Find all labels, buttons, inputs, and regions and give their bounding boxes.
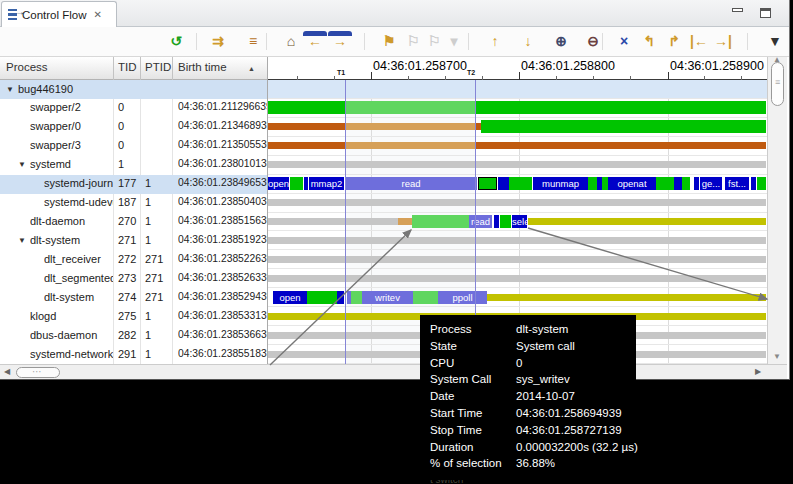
time-graph-row[interactable]: openwritevppoll: [268, 288, 767, 307]
state-bar[interactable]: read: [345, 177, 477, 190]
table-row[interactable]: dlt_receiver27227104:36:01.238522639: [0, 250, 267, 269]
expand-collapse-icon[interactable]: ▼: [18, 160, 26, 169]
state-bar[interactable]: [757, 177, 766, 190]
state-bar[interactable]: [268, 123, 345, 130]
time-graph-row[interactable]: [268, 194, 767, 213]
state-bar[interactable]: [494, 215, 499, 228]
expand-collapse-icon[interactable]: ▼: [6, 85, 14, 94]
maximize-view-button[interactable]: [760, 8, 771, 18]
state-bar[interactable]: select: [512, 215, 527, 228]
tab-control-flow[interactable]: Control Flow ✕: [1, 1, 117, 27]
minimize-view-button[interactable]: [732, 8, 743, 12]
time-graph-row[interactable]: [268, 231, 767, 250]
state-bar[interactable]: munmap: [533, 177, 588, 190]
selected-state[interactable]: [478, 177, 497, 190]
table-row[interactable]: dbus-daemon282104:36:01.238536639: [0, 326, 267, 345]
show-arrows-icon[interactable]: ⇉: [206, 31, 230, 52]
state-bar[interactable]: [268, 275, 766, 282]
next-event-icon[interactable]: →: [328, 31, 352, 52]
expand-collapse-icon[interactable]: ▼: [18, 236, 26, 245]
state-bar[interactable]: [498, 177, 509, 190]
table-row[interactable]: systemd-journal177104:36:01.238496539: [0, 175, 267, 194]
state-bar[interactable]: [268, 256, 766, 263]
state-bar[interactable]: [751, 177, 756, 190]
close-icon[interactable]: ✕: [94, 9, 102, 20]
state-bar[interactable]: [268, 161, 766, 168]
hide-arrows-icon[interactable]: ×: [612, 31, 636, 52]
scroll-left-icon[interactable]: ◀: [4, 367, 10, 376]
previous-event-icon[interactable]: ←: [303, 31, 327, 52]
state-bar[interactable]: [475, 101, 766, 114]
time-graph-row[interactable]: [268, 118, 767, 137]
selection-start-marker[interactable]: [345, 80, 346, 364]
home-icon[interactable]: ⌂: [279, 31, 303, 52]
state-bar[interactable]: [351, 291, 362, 304]
column-header-tid[interactable]: TID: [118, 61, 137, 73]
state-bar[interactable]: open: [268, 177, 289, 190]
state-bar[interactable]: [509, 177, 532, 190]
time-graph-row[interactable]: [268, 269, 767, 288]
go-to-end-icon[interactable]: →|: [711, 31, 735, 52]
zoom-in-icon[interactable]: ⊕: [549, 31, 573, 52]
state-bar[interactable]: [345, 101, 475, 114]
marker-menu-icon[interactable]: ▾: [442, 31, 466, 52]
state-bar[interactable]: mmap2: [309, 177, 344, 190]
time-graph-row[interactable]: [268, 80, 767, 99]
state-bar[interactable]: [500, 215, 511, 228]
follow-cpu-forward-icon[interactable]: ↱: [662, 31, 686, 52]
time-graph-row[interactable]: [268, 99, 767, 118]
time-graph-row[interactable]: [268, 137, 767, 156]
show-legend-icon[interactable]: ≡: [241, 31, 265, 52]
add-bookmark-icon[interactable]: ⚑: [377, 31, 401, 52]
move-up-icon[interactable]: ↑: [483, 31, 507, 52]
table-row[interactable]: ▼bug446190: [0, 80, 267, 99]
table-row[interactable]: ▼dlt-system271104:36:01.238519239: [0, 231, 267, 250]
table-row[interactable]: swapper/0004:36:01.213468939: [0, 118, 267, 137]
state-bar[interactable]: [290, 177, 303, 190]
state-bar[interactable]: [475, 142, 766, 149]
column-header-birth-time[interactable]: Birth time: [178, 61, 227, 73]
state-bar[interactable]: [656, 177, 674, 190]
state-bar[interactable]: writev: [362, 291, 413, 304]
table-row[interactable]: swapper/3004:36:01.213505539: [0, 137, 267, 156]
state-bar[interactable]: [337, 291, 344, 304]
state-bar[interactable]: [304, 177, 308, 190]
scroll-right-icon[interactable]: ▶: [755, 367, 761, 376]
state-bar[interactable]: [528, 218, 766, 225]
reset-time-scale-icon[interactable]: ↺: [164, 31, 188, 52]
state-bar[interactable]: ppoll: [438, 291, 487, 304]
table-row[interactable]: dlt-system27427104:36:01.238529439: [0, 288, 267, 307]
state-bar[interactable]: [398, 218, 412, 225]
state-bar[interactable]: [694, 177, 699, 190]
view-menu-icon[interactable]: ▼: [763, 31, 787, 52]
state-bar[interactable]: [268, 237, 766, 244]
time-axis[interactable]: 04:36:01.25870004:36:01.25880004:36:01.2…: [268, 57, 767, 80]
table-row[interactable]: dlt_segmented27327104:36:01.238526339: [0, 269, 267, 288]
state-bar[interactable]: [481, 120, 766, 133]
state-bar[interactable]: [345, 123, 475, 130]
time-graph-row[interactable]: openmmap2readmunmapopenatge...fst...: [268, 175, 767, 194]
state-bar[interactable]: [412, 215, 469, 228]
move-down-icon[interactable]: ↓: [516, 31, 540, 52]
state-bar[interactable]: [588, 177, 597, 190]
state-bar[interactable]: ge...: [700, 177, 722, 190]
state-bar[interactable]: [307, 291, 337, 304]
table-row[interactable]: systemd-network291104:36:01.238551839: [0, 345, 267, 364]
time-graph-row[interactable]: readselect: [268, 213, 767, 232]
state-bar[interactable]: [268, 142, 345, 149]
table-row[interactable]: swapper/2004:36:01.211296639: [0, 99, 267, 118]
state-bar[interactable]: [413, 291, 438, 304]
column-header-ptid[interactable]: PTID: [145, 61, 171, 73]
state-bar[interactable]: [487, 294, 766, 301]
horizontal-scrollbar[interactable]: ◀ ▶: [0, 364, 787, 379]
vertical-scrollbar[interactable]: ▲ ▼: [767, 57, 787, 364]
horizontal-scrollbar-thumb[interactable]: [16, 367, 60, 378]
time-graph-row[interactable]: [268, 250, 767, 269]
state-bar[interactable]: fst...: [725, 177, 749, 190]
table-row[interactable]: ▼systemd104:36:01.238010139: [0, 156, 267, 175]
state-bar[interactable]: [268, 101, 345, 114]
state-bar[interactable]: read: [469, 215, 492, 228]
state-bar[interactable]: open: [273, 291, 307, 304]
follow-cpu-backward-icon[interactable]: ↰: [637, 31, 661, 52]
column-header-process[interactable]: Process: [6, 61, 48, 73]
